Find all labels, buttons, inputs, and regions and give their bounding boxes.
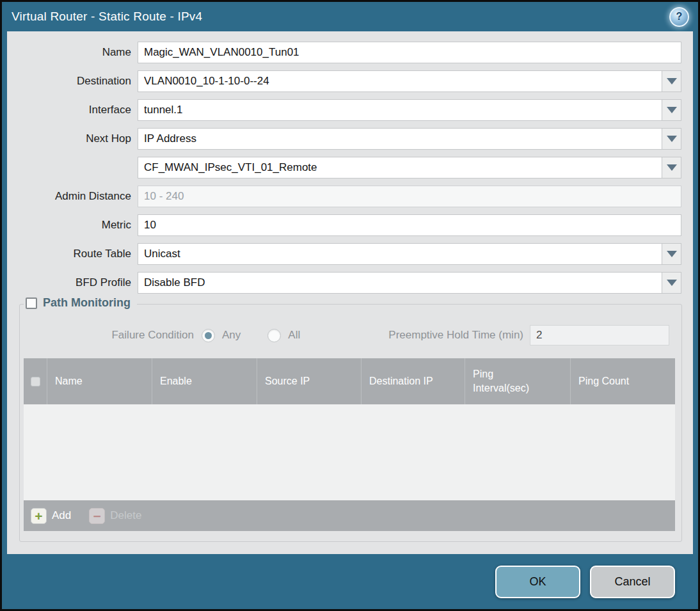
path-monitoring-table: Name Enable Source IP Destination IP Pin… xyxy=(24,358,675,531)
preemptive-hold-time-input[interactable] xyxy=(530,325,669,345)
static-route-dialog: Virtual Router - Static Route - IPv4 ? N… xyxy=(0,0,700,611)
form-row-metric: Metric xyxy=(7,214,681,236)
next-hop-label: Next Hop xyxy=(7,132,138,145)
admin-distance-label: Admin Distance xyxy=(7,190,138,203)
next-hop-type-input[interactable] xyxy=(138,128,662,150)
dialog-title: Virtual Router - Static Route - IPv4 xyxy=(12,10,202,24)
add-button[interactable]: + Add xyxy=(31,508,71,524)
form-row-destination: Destination xyxy=(7,70,681,92)
failure-condition-any-radio[interactable] xyxy=(202,329,215,342)
next-hop-address-dropdown-button[interactable] xyxy=(662,157,681,179)
add-button-label: Add xyxy=(52,509,71,522)
failure-condition-all-label: All xyxy=(288,329,300,342)
table-body-empty xyxy=(24,404,675,500)
form-row-interface: Interface xyxy=(7,99,681,121)
plus-icon: + xyxy=(31,508,47,524)
chevron-down-icon xyxy=(667,164,677,171)
metric-label: Metric xyxy=(7,219,138,232)
destination-input[interactable] xyxy=(138,70,662,92)
form-row-route-table: Route Table xyxy=(7,243,681,265)
failure-condition-label: Failure Condition xyxy=(24,329,202,342)
form-row-next-hop: Next Hop xyxy=(7,128,681,150)
name-input[interactable] xyxy=(138,42,681,63)
table-header-source-ip: Source IP xyxy=(257,358,361,404)
minus-icon: − xyxy=(89,508,105,524)
route-table-dropdown-button[interactable] xyxy=(662,243,681,265)
failure-condition-all-radio[interactable] xyxy=(267,329,281,342)
chevron-down-icon xyxy=(667,78,677,84)
table-header-enable: Enable xyxy=(152,358,257,404)
chevron-down-icon xyxy=(667,280,677,286)
next-hop-dropdown-button[interactable] xyxy=(662,128,681,150)
table-header-destination-ip: Destination IP xyxy=(361,358,465,404)
bfd-profile-label: BFD Profile xyxy=(7,276,138,289)
route-table-label: Route Table xyxy=(7,248,138,260)
select-all-checkbox[interactable] xyxy=(31,377,40,386)
failure-condition-row: Failure Condition Any All Preemptive Hol… xyxy=(24,325,675,345)
next-hop-address-input[interactable] xyxy=(138,157,662,179)
dialog-footer: OK Cancel xyxy=(2,554,698,609)
table-header-ping-interval: Ping Interval(sec) xyxy=(465,358,570,404)
form-panel: Name Destination Interface Next Hop xyxy=(7,31,693,554)
path-monitoring-legend: Path Monitoring xyxy=(24,296,137,310)
interface-input[interactable] xyxy=(138,99,662,121)
table-header-checkbox-cell xyxy=(24,358,47,404)
delete-button[interactable]: − Delete xyxy=(89,508,141,524)
cancel-button[interactable]: Cancel xyxy=(590,566,675,598)
chevron-down-icon xyxy=(667,251,677,257)
path-monitoring-section: Path Monitoring Failure Condition Any Al… xyxy=(19,304,682,542)
interface-dropdown-button[interactable] xyxy=(662,99,681,121)
ok-button[interactable]: OK xyxy=(495,566,580,598)
chevron-down-icon xyxy=(667,107,677,113)
bfd-profile-input[interactable] xyxy=(138,272,662,294)
destination-label: Destination xyxy=(7,75,138,88)
route-table-input[interactable] xyxy=(138,243,662,265)
path-monitoring-title: Path Monitoring xyxy=(43,296,131,310)
name-label: Name xyxy=(7,46,138,59)
chevron-down-icon xyxy=(667,136,677,142)
delete-button-label: Delete xyxy=(110,509,141,522)
metric-input[interactable] xyxy=(138,214,681,236)
form-row-admin-distance: Admin Distance xyxy=(7,186,681,207)
form-row-name: Name xyxy=(7,42,681,63)
bfd-profile-dropdown-button[interactable] xyxy=(662,272,681,294)
title-bar: Virtual Router - Static Route - IPv4 ? xyxy=(2,2,698,31)
failure-condition-any-label: Any xyxy=(222,329,241,342)
table-header-name: Name xyxy=(47,358,152,404)
path-monitoring-checkbox[interactable] xyxy=(26,298,37,309)
help-icon[interactable]: ? xyxy=(669,7,689,27)
form-row-bfd-profile: BFD Profile xyxy=(7,272,681,294)
table-footer-actions: + Add − Delete xyxy=(24,500,675,531)
destination-dropdown-button[interactable] xyxy=(662,70,681,92)
admin-distance-input[interactable] xyxy=(138,186,681,207)
table-header-ping-count: Ping Count xyxy=(570,358,675,404)
preemptive-hold-time-label: Preemptive Hold Time (min) xyxy=(327,329,530,342)
form-row-next-hop-address xyxy=(7,157,681,179)
table-header-row: Name Enable Source IP Destination IP Pin… xyxy=(24,358,675,404)
interface-label: Interface xyxy=(7,104,138,116)
